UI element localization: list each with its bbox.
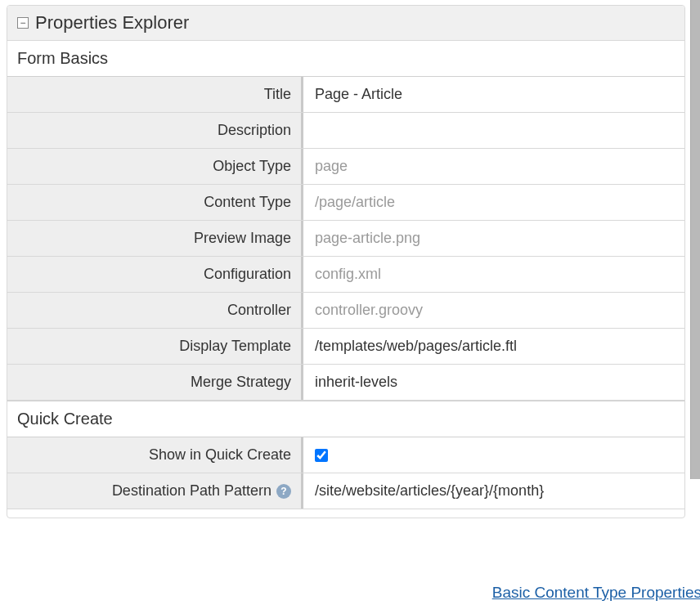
label-description: Description: [7, 113, 303, 148]
section-heading-quick-create: Quick Create: [7, 401, 684, 437]
value-preview-image: page-article.png: [303, 221, 684, 256]
row-title: Title Page - Article: [7, 77, 684, 113]
footnote: Basic Content Type Properties: [15, 576, 700, 602]
label-destination-path-text: Destination Path Pattern: [112, 482, 271, 500]
row-description: Description: [7, 113, 684, 149]
panel-header[interactable]: − Properties Explorer: [7, 6, 684, 41]
value-title[interactable]: Page - Article: [303, 77, 684, 112]
value-merge-strategy[interactable]: inherit-levels: [303, 365, 684, 400]
value-controller: controller.groovy: [303, 293, 684, 328]
row-content-type: Content Type /page/article: [7, 185, 684, 221]
row-merge-strategy: Merge Strategy inherit-levels: [7, 365, 684, 401]
value-content-type: /page/article: [303, 185, 684, 220]
value-object-type: page: [303, 149, 684, 184]
label-show-in-quick-create: Show in Quick Create: [7, 437, 303, 473]
row-display-template: Display Template /templates/web/pages/ar…: [7, 329, 684, 365]
label-destination-path: Destination Path Pattern ?: [7, 473, 303, 509]
basic-content-type-properties-link[interactable]: Basic Content Type Properties: [492, 584, 700, 601]
help-icon[interactable]: ?: [276, 484, 291, 499]
label-configuration: Configuration: [7, 257, 303, 292]
section-heading-form-basics: Form Basics: [7, 41, 684, 77]
row-preview-image: Preview Image page-article.png: [7, 221, 684, 257]
row-destination-path: Destination Path Pattern ? /site/website…: [7, 473, 684, 509]
value-display-template[interactable]: /templates/web/pages/article.ftl: [303, 329, 684, 364]
label-display-template: Display Template: [7, 329, 303, 364]
row-configuration: Configuration config.xml: [7, 257, 684, 293]
show-in-quick-create-checkbox[interactable]: [315, 449, 328, 462]
value-destination-path[interactable]: /site/website/articles/{year}/{month}: [303, 473, 684, 509]
row-controller: Controller controller.groovy: [7, 293, 684, 329]
label-title: Title: [7, 77, 303, 112]
label-object-type: Object Type: [7, 149, 303, 184]
properties-explorer-panel: − Properties Explorer Form Basics Title …: [7, 5, 685, 518]
label-preview-image: Preview Image: [7, 221, 303, 256]
panel-title: Properties Explorer: [35, 12, 189, 34]
collapse-icon[interactable]: −: [17, 17, 29, 29]
value-show-in-quick-create: [303, 437, 684, 473]
label-content-type: Content Type: [7, 185, 303, 220]
row-object-type: Object Type page: [7, 149, 684, 185]
label-controller: Controller: [7, 293, 303, 328]
value-configuration: config.xml: [303, 257, 684, 292]
value-description[interactable]: [303, 113, 684, 148]
label-merge-strategy: Merge Strategy: [7, 365, 303, 400]
row-show-in-quick-create: Show in Quick Create: [7, 437, 684, 473]
scrollbar-track[interactable]: [690, 0, 700, 479]
